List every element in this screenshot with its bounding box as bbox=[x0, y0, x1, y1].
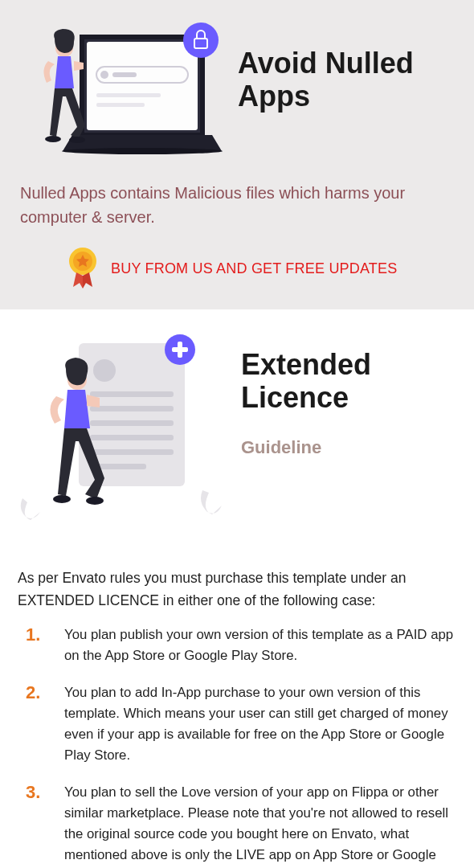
svg-point-26 bbox=[53, 495, 71, 503]
extended-licence-section: Extended Licence Guideline As per Envato… bbox=[0, 309, 474, 868]
list-item: You plan publish your own version of thi… bbox=[16, 624, 458, 666]
svg-point-7 bbox=[183, 23, 219, 58]
svg-point-15 bbox=[93, 359, 116, 382]
svg-rect-19 bbox=[90, 435, 174, 440]
svg-point-2 bbox=[100, 71, 108, 79]
cta-text: BUY FROM US AND GET FREE UPDATES bbox=[111, 260, 397, 277]
svg-point-10 bbox=[45, 136, 61, 142]
list-item: You plan to sell the Love version of you… bbox=[16, 782, 458, 868]
svg-rect-16 bbox=[90, 391, 174, 397]
svg-rect-5 bbox=[96, 103, 145, 107]
licence-subtitle: Guideline bbox=[241, 437, 458, 458]
cta-row: BUY FROM US AND GET FREE UPDATES bbox=[16, 247, 458, 290]
nulled-title: Avoid Nulled Apps bbox=[238, 23, 458, 113]
svg-rect-0 bbox=[87, 42, 198, 130]
svg-point-11 bbox=[69, 137, 85, 143]
document-illustration bbox=[16, 334, 225, 542]
licence-body: As per Envato rules you must purchase th… bbox=[16, 567, 458, 868]
licence-hero-row: Extended Licence Guideline bbox=[16, 334, 458, 542]
svg-rect-18 bbox=[90, 420, 174, 426]
svg-rect-17 bbox=[90, 406, 174, 411]
avoid-nulled-section: Avoid Nulled Apps Nulled Apps contains M… bbox=[0, 0, 474, 309]
nulled-hero-row: Avoid Nulled Apps bbox=[16, 23, 458, 163]
svg-rect-3 bbox=[112, 72, 137, 77]
list-item-text: You plan publish your own version of thi… bbox=[64, 624, 455, 666]
licence-list: You plan publish your own version of thi… bbox=[16, 624, 458, 868]
nulled-description: Nulled Apps contains Malicious files whi… bbox=[16, 181, 458, 229]
laptop-illustration bbox=[16, 23, 225, 163]
list-item-text: You plan to add In-App purchase to your … bbox=[64, 682, 455, 766]
svg-rect-20 bbox=[90, 449, 174, 455]
list-item: You plan to add In-App purchase to your … bbox=[16, 682, 458, 766]
svg-point-27 bbox=[86, 497, 104, 505]
svg-rect-24 bbox=[172, 347, 188, 352]
licence-title: Extended Licence bbox=[241, 348, 458, 415]
list-item-text: You plan to sell the Love version of you… bbox=[64, 782, 455, 868]
licence-text-column: Extended Licence Guideline bbox=[241, 334, 458, 458]
licence-intro: As per Envato rules you must purchase th… bbox=[16, 567, 458, 612]
medal-icon bbox=[66, 247, 100, 290]
svg-point-6 bbox=[62, 148, 223, 154]
svg-rect-4 bbox=[96, 93, 161, 97]
